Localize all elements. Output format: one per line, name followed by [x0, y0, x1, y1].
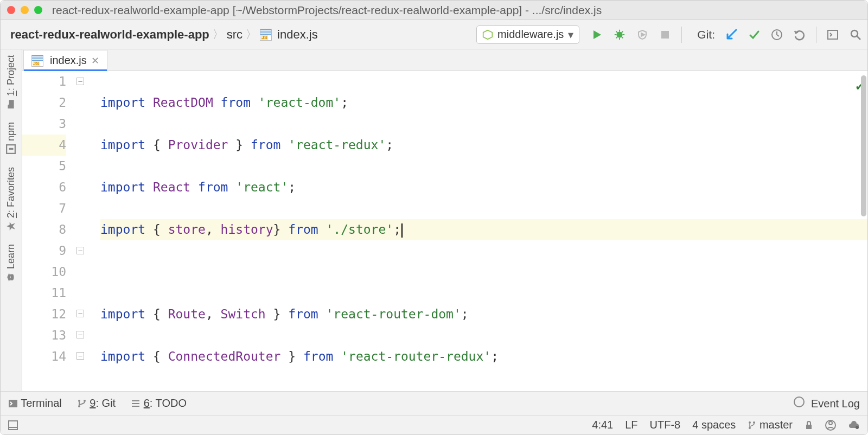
branch-icon	[77, 399, 87, 408]
nodejs-icon	[482, 29, 493, 40]
minimize-window-button[interactable]	[21, 6, 29, 14]
js-file-icon	[31, 55, 43, 67]
toolwindow-todo[interactable]: 6: TODO	[131, 397, 187, 410]
git-commit-button[interactable]	[748, 28, 761, 41]
svg-marker-0	[483, 30, 493, 39]
svg-rect-27	[9, 421, 17, 430]
toolbar-divider	[816, 27, 816, 43]
todo-icon	[131, 399, 141, 408]
toolwindow-terminal[interactable]: Terminal	[8, 397, 62, 410]
svg-point-31	[753, 421, 755, 424]
fold-gutter: – – – – –	[76, 71, 98, 391]
svg-point-21	[78, 400, 80, 402]
file-encoding[interactable]: UTF-8	[650, 419, 681, 431]
indent-setting[interactable]: 4 spaces	[692, 419, 736, 431]
fold-marker[interactable]: –	[76, 78, 84, 85]
svg-line-10	[622, 31, 623, 33]
fold-marker[interactable]: –	[76, 352, 84, 360]
toolwindow-favorites[interactable]: 2: Favorites	[5, 167, 17, 231]
run-config-name: middleware.js	[497, 28, 564, 41]
breadcrumb-project[interactable]: react-redux-realworld-example-app	[10, 28, 209, 42]
svg-marker-1	[593, 30, 601, 39]
titlebar: react-redux-realworld-example-app [~/Web…	[1, 1, 867, 20]
star-icon	[7, 221, 16, 231]
caret-position[interactable]: 4:41	[592, 419, 613, 431]
svg-point-22	[78, 405, 80, 407]
folder-icon	[7, 99, 16, 109]
git-rollback-button[interactable]	[793, 28, 806, 41]
code-content[interactable]: import ReactDOM from 'react-dom'; import…	[98, 71, 867, 391]
svg-point-35	[856, 426, 859, 429]
text-cursor	[401, 223, 403, 238]
svg-rect-20	[9, 400, 17, 407]
toolwindow-learn[interactable]: Learn	[5, 244, 17, 282]
toolbar-divider	[681, 27, 682, 43]
fold-marker[interactable]: –	[76, 331, 84, 338]
branch-icon	[748, 421, 756, 430]
code-editor[interactable]: ✔ 123 4 567 8910 111213 14 – – – – – imp…	[22, 71, 867, 391]
close-window-button[interactable]	[7, 6, 15, 14]
window-controls	[7, 6, 42, 14]
git-update-button[interactable]	[725, 28, 738, 41]
terminal-icon	[8, 399, 18, 408]
svg-marker-11	[641, 33, 644, 36]
toggle-tool-windows-button[interactable]	[8, 420, 18, 430]
svg-rect-32	[806, 425, 812, 429]
svg-rect-14	[828, 30, 838, 39]
git-label: Git:	[697, 28, 715, 41]
maximize-window-button[interactable]	[34, 6, 42, 14]
chevron-right-icon: 〉	[246, 27, 257, 42]
main-area: 1: Project npm 2: Favorites Learn index.…	[1, 49, 867, 391]
learn-icon	[7, 272, 16, 282]
line-separator[interactable]: LF	[625, 419, 637, 431]
navigation-bar: react-redux-realworld-example-app 〉 src …	[1, 20, 867, 49]
editor-tabs: index.js ✕	[22, 49, 867, 71]
close-tab-button[interactable]: ✕	[91, 55, 99, 67]
fold-marker[interactable]: –	[76, 247, 84, 254]
breadcrumb-file[interactable]: index.js	[277, 28, 318, 42]
svg-point-23	[84, 400, 86, 402]
toolwindow-event-log[interactable]: Event Log	[794, 396, 860, 410]
bottom-tool-window-strip: Terminal 9: Git 6: TODO Event Log	[1, 391, 867, 415]
fold-marker[interactable]: –	[76, 310, 84, 317]
editor-area: index.js ✕ ✔ 123 4 567 8910 111213 14 – …	[22, 49, 867, 391]
run-configuration-selector[interactable]: middleware.js ▾	[476, 25, 579, 44]
editor-tab-indexjs[interactable]: index.js ✕	[23, 50, 107, 71]
debug-button[interactable]	[613, 28, 626, 41]
breadcrumb: react-redux-realworld-example-app 〉 src …	[6, 27, 318, 42]
js-file-icon	[260, 29, 272, 41]
line-number-gutter: 123 4 567 8910 111213 14	[22, 71, 76, 391]
chevron-right-icon: 〉	[213, 27, 224, 42]
inspection-profile-widget[interactable]	[825, 420, 836, 431]
git-branch-widget[interactable]: master	[748, 419, 793, 431]
stop-button	[659, 28, 672, 41]
git-history-button[interactable]	[770, 28, 783, 41]
svg-point-29	[749, 421, 751, 424]
readonly-toggle[interactable]	[805, 420, 813, 430]
search-everywhere-button[interactable]	[849, 28, 862, 41]
svg-point-33	[829, 421, 832, 425]
svg-line-9	[616, 36, 618, 38]
svg-point-30	[749, 427, 751, 429]
event-log-icon	[794, 396, 805, 407]
status-bar: 4:41 LF UTF-8 4 spaces master	[1, 415, 867, 434]
run-button[interactable]	[590, 28, 603, 41]
coverage-button[interactable]	[636, 28, 649, 41]
tab-label: index.js	[50, 54, 87, 67]
toolwindow-project[interactable]: 1: Project	[5, 55, 17, 109]
breadcrumb-folder[interactable]: src	[227, 28, 242, 42]
run-toolbar: Git:	[590, 27, 862, 43]
svg-line-7	[616, 31, 618, 33]
svg-line-16	[857, 36, 860, 40]
open-in-terminal-button[interactable]	[826, 28, 839, 41]
memory-indicator[interactable]	[848, 420, 860, 430]
chevron-down-icon: ▾	[568, 28, 573, 41]
svg-rect-12	[661, 31, 669, 39]
npm-icon	[7, 144, 16, 154]
window-title: react-redux-realworld-example-app [~/Web…	[52, 4, 861, 17]
layout-icon	[8, 420, 18, 430]
toolwindow-git[interactable]: 9: Git	[77, 397, 116, 410]
left-tool-window-strip: 1: Project npm 2: Favorites Learn	[1, 49, 22, 391]
svg-line-8	[622, 36, 623, 38]
toolwindow-npm[interactable]: npm	[5, 122, 17, 154]
